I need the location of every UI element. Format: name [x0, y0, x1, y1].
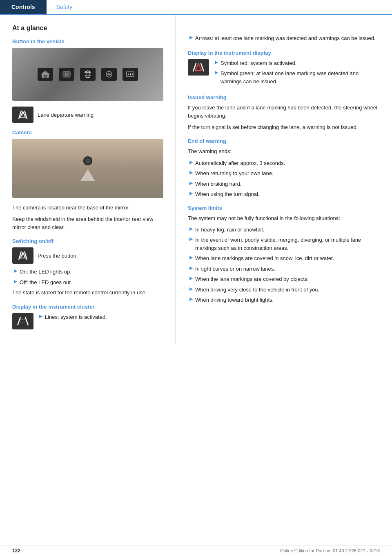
- limit-7: ▶ When driving toward bright lights.: [188, 296, 380, 304]
- lines-activated-text: Lines: system is activated.: [45, 313, 107, 321]
- bullet-arrow-icon: ▶: [189, 296, 193, 302]
- svg-line-22: [25, 317, 28, 325]
- cluster-icon: [12, 313, 33, 329]
- vehicle-button-icon-5: [122, 68, 138, 81]
- issued-warning-text1: If you leave the lane and if a lane mark…: [188, 104, 380, 120]
- bullet-arrow-icon: ▶: [39, 314, 42, 319]
- lane-departure-row: Lane departure warning: [12, 107, 165, 123]
- limit5-text: When the lane markings are covered by ob…: [195, 275, 309, 283]
- button-vehicle-image: [12, 48, 163, 101]
- bullet-auto: ▶ Automatically after approx. 3 seconds.: [188, 159, 380, 167]
- camera-lens-icon: [83, 156, 92, 165]
- svg-point-4: [66, 73, 67, 75]
- on-bullet: ▶ On: the LED lights up.: [12, 268, 165, 276]
- limit-2: ▶ In the event of worn, poorly visible, …: [188, 236, 380, 252]
- end-of-warning-title: End of warning: [188, 138, 380, 144]
- bullet-arrow-icon: ▶: [189, 160, 193, 165]
- tab-safety[interactable]: Safety: [47, 0, 82, 14]
- vehicle-button-icon-3: [80, 68, 96, 81]
- bullet-arrow-icon: ▶: [189, 236, 193, 242]
- lines-bullet: ▶ Lines: system is activated.: [38, 313, 165, 321]
- symbol-red-bullet: ▶ Symbol red: system is activated.: [213, 59, 380, 67]
- bullet-arrow-icon: ▶: [189, 180, 193, 186]
- limit1-text: In heavy fog, rain or snowfall.: [195, 226, 264, 234]
- lane-departure-icon: [12, 107, 33, 123]
- instrument-display-row: ▶ Symbol red: system is activated. ▶ Sym…: [188, 59, 380, 88]
- state-stored-text: The state is stored for the remote contr…: [12, 289, 165, 297]
- camera-text-2: Keep the windshield in the area behind t…: [12, 215, 165, 231]
- bullet-arrow-icon: ▶: [189, 226, 193, 231]
- issued-warning-title: Issued warning: [188, 94, 380, 100]
- camera-image: [12, 139, 163, 198]
- online-edition-text: Online Edition for Part no. 01 40 2 926 …: [280, 548, 380, 553]
- svg-marker-27: [195, 64, 202, 71]
- limit4-text: In tight curves or on narrow lanes.: [195, 265, 275, 273]
- symbol-green-bullet: ▶ Symbol green: at least one lane markin…: [213, 69, 380, 85]
- end-of-warning-text: The warning ends:: [188, 147, 380, 156]
- system-limits-text: The system may not be fully functional i…: [188, 214, 380, 222]
- issued-warning-text2: If the turn signal is set before changin…: [188, 123, 380, 131]
- limit3-text: When lane markings are covered in snow, …: [195, 254, 334, 262]
- button-section-title: Button in the vehicle: [12, 38, 165, 44]
- main-content: At a glance Button in the vehicle: [0, 15, 392, 343]
- bullet-arrow-icon: ▶: [189, 276, 193, 281]
- bullet-arrow-icon: ▶: [189, 35, 193, 40]
- limit-1: ▶ In heavy fog, rain or snowfall.: [188, 226, 380, 234]
- page-number: 122: [12, 548, 20, 554]
- symbol-red-text: Symbol red: system is activated.: [220, 59, 296, 67]
- cluster-display-row: ▶ Lines: system is activated.: [12, 313, 165, 329]
- display-cluster-title: Display in the instrument cluster: [12, 304, 165, 310]
- bullet-turn-signal: ▶ When using the turn signal.: [188, 190, 380, 198]
- arrows-text: Arrows: at least one lane marking was de…: [195, 34, 376, 42]
- page-footer: 122 Online Edition for Part no. 01 40 2 …: [0, 545, 392, 556]
- page-header: Controls Safety: [0, 0, 392, 15]
- svg-point-8: [108, 73, 110, 75]
- bullet-arrow-icon: ▶: [189, 255, 193, 260]
- limit6-text: When driving very close to the vehicle i…: [195, 286, 319, 294]
- bullet-braking: ▶ When braking hard.: [188, 180, 380, 188]
- bullet-arrow-icon: ▶: [215, 70, 218, 75]
- off-bullet: ▶ Off: the LED goes out.: [12, 278, 165, 287]
- limit7-text: When driving toward bright lights.: [195, 296, 274, 304]
- on-text: On: the LED lights up.: [20, 268, 71, 276]
- camera-arrow-icon: [80, 169, 95, 181]
- arrows-bullet: ▶ Arrows: at least one lane marking was …: [188, 34, 380, 42]
- system-limits-title: System limits: [188, 205, 380, 211]
- right-column: ▶ Arrows: at least one lane marking was …: [176, 15, 392, 343]
- limit-4: ▶ In tight curves or on narrow lanes.: [188, 265, 380, 273]
- camera-section-title: Camera: [12, 129, 165, 136]
- vehicle-button-icon-2: [59, 68, 74, 81]
- left-column: At a glance Button in the vehicle: [0, 15, 176, 343]
- page-title: At a glance: [12, 24, 165, 32]
- returning-text: When returning to your own lane.: [195, 169, 274, 178]
- press-button-label: Press the button.: [38, 253, 78, 259]
- bullet-arrow-icon: ▶: [189, 191, 193, 196]
- limit-5: ▶ When the lane markings are covered by …: [188, 275, 380, 283]
- lane-departure-label: Lane departure warning: [38, 112, 94, 118]
- limit-6: ▶ When driving very close to the vehicle…: [188, 286, 380, 294]
- limit-3: ▶ When lane markings are covered in snow…: [188, 254, 380, 262]
- braking-text: When braking hard.: [195, 180, 241, 188]
- auto-text: Automatically after approx. 3 seconds.: [195, 159, 285, 167]
- bullet-returning: ▶ When returning to your own lane.: [188, 169, 380, 178]
- off-text: Off: the LED goes out.: [20, 278, 72, 287]
- bullet-arrow-icon: ▶: [189, 265, 193, 271]
- symbol-green-text: Symbol green: at least one lane marking …: [220, 69, 380, 85]
- limit2-text: In the event of worn, poorly visible, me…: [195, 236, 380, 252]
- bullet-arrow-icon: ▶: [189, 286, 193, 291]
- tab-controls[interactable]: Controls: [0, 0, 47, 14]
- display-instrument-title: Display in the instrument display: [188, 50, 380, 56]
- bullet-arrow-icon: ▶: [14, 268, 17, 274]
- switching-section-title: Switching on/off: [12, 238, 165, 244]
- press-button-row: Press the button.: [12, 247, 165, 264]
- svg-rect-0: [44, 75, 47, 78]
- bullet-arrow-icon: ▶: [14, 279, 17, 284]
- camera-text-1: The camera is located near the base of t…: [12, 204, 165, 212]
- bullet-arrow-icon: ▶: [189, 170, 193, 175]
- switching-lane-icon: [12, 247, 33, 264]
- instrument-display-icon: [188, 59, 209, 76]
- svg-line-21: [18, 317, 20, 325]
- vehicle-button-icon-4: [101, 68, 117, 81]
- vehicle-button-icon-1: [38, 68, 53, 81]
- turn-signal-text: When using the turn signal.: [195, 190, 260, 198]
